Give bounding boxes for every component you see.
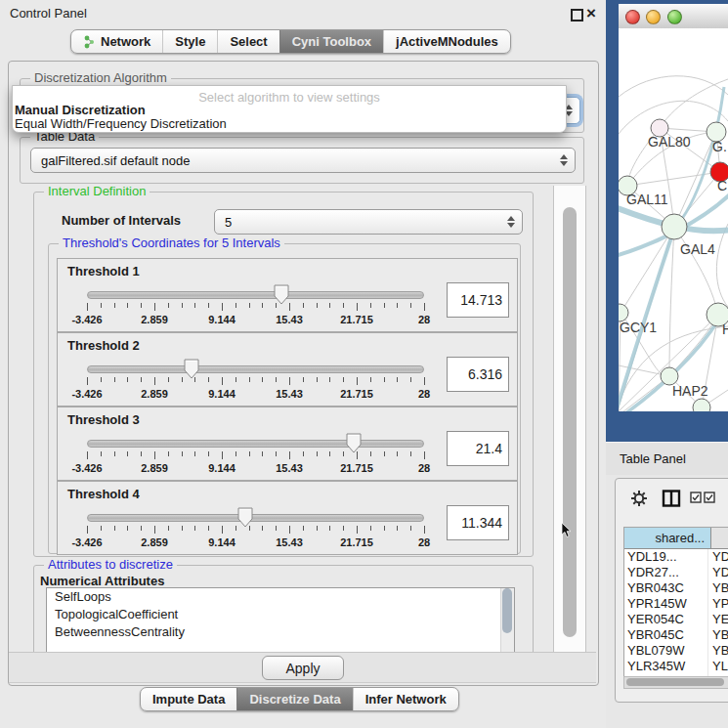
cell-shared-name[interactable]: YPR145W bbox=[624, 596, 708, 612]
settings-scrollbar[interactable] bbox=[553, 186, 586, 653]
table-panel-header: Table Panel bbox=[606, 442, 728, 475]
cell-name[interactable]: YBR0... bbox=[708, 627, 728, 643]
network-canvas[interactable]: GAL80G.CGAL11GAL4GCY1HHAP2 bbox=[619, 28, 728, 411]
table-hscrollbar-thumb[interactable] bbox=[626, 678, 724, 686]
threshold-value-field[interactable]: 21.4 bbox=[447, 431, 509, 466]
threshold-value-field[interactable]: 6.316 bbox=[447, 357, 509, 392]
network-graph: GAL80G.CGAL11GAL4GCY1HHAP2 bbox=[619, 28, 728, 411]
cell-name[interactable]: YLR3... bbox=[708, 659, 728, 674]
table-header-row: shared... n... bbox=[624, 528, 728, 549]
tab-impute-data[interactable]: Impute Data bbox=[141, 688, 236, 710]
table-data-combobox[interactable]: galFiltered.sif default node bbox=[30, 148, 576, 173]
zoom-traffic-light[interactable] bbox=[667, 10, 682, 24]
tab-label: Select bbox=[230, 34, 267, 49]
cell-name[interactable]: YER0... bbox=[708, 612, 728, 627]
cell-name[interactable]: YPR1... bbox=[708, 596, 728, 612]
split-view-icon[interactable] bbox=[662, 489, 681, 508]
settings-scrollbar-thumb[interactable] bbox=[563, 207, 577, 637]
tick-label: 21.715 bbox=[340, 536, 373, 548]
tab-jactivemnodules[interactable]: jActiveMNodules bbox=[383, 30, 510, 53]
attributes-listbox: SelfLoopsTopologicalCoefficientBetweenne… bbox=[46, 587, 515, 653]
dropdown-option-manual-discretization[interactable]: Manual Discretization bbox=[15, 103, 146, 117]
slider-thumb[interactable] bbox=[274, 284, 289, 306]
algorithm-group-title: Discretization Algorithm bbox=[30, 70, 171, 85]
table-row[interactable]: YBR043CYBR0... bbox=[624, 580, 728, 596]
control-panel-titlebar: Control Panel × bbox=[0, 0, 606, 25]
cell-shared-name[interactable]: YBR045C bbox=[624, 627, 708, 643]
tick-label: 2.859 bbox=[141, 388, 168, 400]
tab-label: Cyni Toolbox bbox=[292, 34, 371, 49]
tick-label: -3.426 bbox=[71, 314, 102, 325]
table-row[interactable]: YDL19...YDL1... bbox=[624, 549, 728, 565]
tab-cyni-toolbox[interactable]: Cyni Toolbox bbox=[279, 30, 383, 53]
network-icon bbox=[83, 35, 96, 49]
float-icon[interactable] bbox=[571, 9, 583, 21]
threshold-slider[interactable]: -3.4262.8599.14415.4321.71528 bbox=[87, 433, 424, 478]
column-header-name[interactable]: n... bbox=[711, 528, 728, 548]
slider-thumb[interactable] bbox=[346, 433, 362, 454]
cell-name[interactable]: YDR2... bbox=[708, 565, 728, 580]
cell-name[interactable]: YBR0... bbox=[708, 580, 728, 596]
column-header-shared-name[interactable]: shared... bbox=[624, 528, 711, 548]
node-label: C bbox=[717, 178, 727, 193]
table-data-value: galFiltered.sif default node bbox=[41, 153, 190, 168]
cell-name[interactable]: YDL1... bbox=[708, 549, 728, 565]
table-row[interactable]: YER054CYER0... bbox=[624, 612, 728, 627]
cell-shared-name[interactable]: YDL19... bbox=[624, 549, 708, 565]
dropdown-option-equal-width-frequency-discretization[interactable]: Equal Width/Frequency Discretization bbox=[15, 116, 227, 131]
attribute-item-topologicalcoefficient[interactable]: TopologicalCoefficient bbox=[47, 606, 514, 623]
cell-shared-name[interactable]: YLR345W bbox=[624, 659, 708, 674]
attribute-item-betweennesscentrality[interactable]: BetweennessCentrality bbox=[47, 623, 514, 641]
tab-infer-network[interactable]: Infer Network bbox=[353, 688, 458, 710]
table-row[interactable]: YBR045CYBR0... bbox=[624, 627, 728, 643]
minimize-traffic-light[interactable] bbox=[646, 10, 661, 24]
interval-definition-title: Interval Definition bbox=[44, 186, 150, 198]
tab-label: jActiveMNodules bbox=[396, 34, 498, 49]
tick-label: 21.715 bbox=[340, 314, 373, 325]
tab-discretize-data[interactable]: Discretize Data bbox=[236, 688, 352, 710]
tick-label: 2.859 bbox=[141, 462, 168, 474]
cell-shared-name[interactable]: YDR27... bbox=[624, 565, 708, 580]
slider-thumb[interactable] bbox=[237, 507, 253, 529]
network-node-gal4[interactable] bbox=[662, 214, 687, 239]
tab-select[interactable]: Select bbox=[217, 30, 278, 53]
threshold-slider[interactable]: -3.4262.8599.14415.4321.71528 bbox=[87, 284, 424, 329]
threshold-label: Threshold 3 bbox=[67, 412, 140, 427]
threshold-slider[interactable]: -3.4262.8599.14415.4321.71528 bbox=[87, 359, 424, 404]
settings-viewport: Interval Definition Number of Intervals … bbox=[20, 186, 550, 653]
network-edge bbox=[621, 227, 674, 313]
network-window-titlebar[interactable] bbox=[619, 4, 728, 29]
tick-label: -3.426 bbox=[71, 388, 102, 400]
close-traffic-light[interactable] bbox=[625, 10, 640, 24]
threshold-value-field[interactable]: 11.344 bbox=[447, 505, 509, 540]
apply-button[interactable]: Apply bbox=[262, 656, 344, 680]
table-row[interactable]: YPR145WYPR1... bbox=[624, 596, 728, 612]
list-scrollbar-thumb[interactable] bbox=[502, 588, 512, 633]
threshold-value-field[interactable]: 14.713 bbox=[447, 282, 509, 318]
list-scrollbar[interactable] bbox=[500, 588, 514, 653]
checkbox-icon[interactable] bbox=[704, 492, 716, 504]
table-hscrollbar[interactable] bbox=[623, 676, 728, 689]
attribute-item-selfloops[interactable]: SelfLoops bbox=[47, 588, 514, 606]
checkbox-icon[interactable] bbox=[690, 492, 703, 504]
cell-shared-name[interactable]: YER054C bbox=[624, 612, 708, 627]
node-label: GAL80 bbox=[648, 134, 691, 150]
tick-label: 28 bbox=[418, 388, 430, 400]
tab-network[interactable]: Network bbox=[71, 30, 162, 53]
cell-shared-name[interactable]: YBR043C bbox=[624, 580, 708, 596]
tick-label: 15.43 bbox=[276, 462, 303, 474]
slider-thumb[interactable] bbox=[184, 359, 199, 380]
network-view-window[interactable]: GAL80G.CGAL11GAL4GCY1HHAP2 bbox=[606, 0, 728, 442]
cell-shared-name[interactable]: YBL079W bbox=[624, 643, 708, 659]
close-icon[interactable]: × bbox=[586, 4, 596, 23]
num-intervals-combobox[interactable]: 5 bbox=[214, 209, 523, 235]
tab-style[interactable]: Style bbox=[162, 30, 217, 53]
table-row[interactable]: YDR27...YDR2... bbox=[624, 565, 728, 580]
threshold-slider[interactable]: -3.4262.8599.14415.4321.71528 bbox=[87, 507, 424, 552]
gear-icon[interactable] bbox=[629, 489, 649, 508]
cell-name[interactable]: YBL0... bbox=[708, 643, 728, 659]
network-node[interactable] bbox=[693, 399, 710, 411]
node-table: shared... n... YDL19...YDL1...YDR27...YD… bbox=[623, 527, 728, 677]
table-row[interactable]: YLR345WYLR3... bbox=[624, 659, 728, 674]
table-row[interactable]: YBL079WYBL0... bbox=[624, 643, 728, 659]
